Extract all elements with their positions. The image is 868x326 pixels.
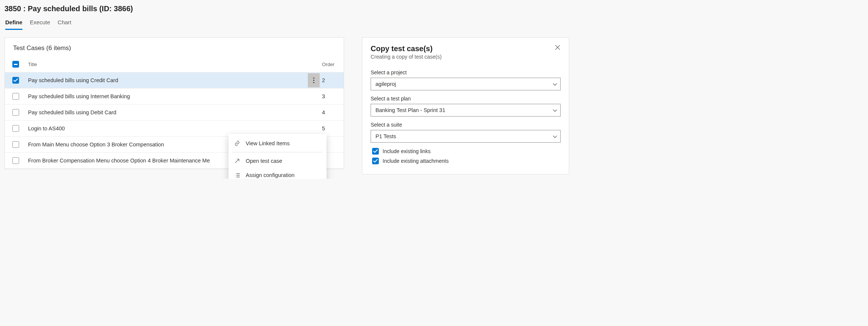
row-title: Pay scheduled bills using Credit Card (27, 77, 307, 83)
menu-open-test-case[interactable]: Open test case (228, 154, 326, 168)
svg-point-0 (313, 77, 314, 78)
open-icon (234, 158, 240, 164)
menu-label: Assign configuration (246, 172, 295, 178)
menu-divider (232, 152, 323, 152)
page-title: 3850 : Pay scheduled bills (ID: 3866) (4, 4, 864, 18)
list-icon (234, 172, 240, 178)
plan-select[interactable]: Banking Test Plan - Sprint 31 (371, 104, 561, 117)
panel-title: Test Cases (6 items) (5, 38, 344, 56)
side-panel-title: Copy test case(s) (371, 44, 442, 53)
row-checkbox[interactable] (12, 109, 19, 116)
grid-header: Title Order (5, 56, 344, 72)
menu-view-linked-items[interactable]: View Linked Items (228, 136, 326, 150)
column-order-header[interactable]: Order (320, 62, 339, 67)
include-attachments-checkbox[interactable] (372, 158, 379, 164)
row-actions-button[interactable] (308, 73, 320, 87)
row-title: Pay scheduled bills using Debit Card (27, 109, 307, 115)
close-button[interactable] (555, 44, 561, 52)
row-order: 2 (320, 77, 339, 83)
select-value: P1 Tests (375, 133, 396, 139)
menu-label: View Linked Items (246, 140, 289, 146)
menu-label: Open test case (246, 158, 282, 164)
row-checkbox[interactable] (12, 141, 19, 148)
table-row[interactable]: Pay scheduled bills using Debit Card 4 (5, 105, 344, 121)
row-title: Login to AS400 (27, 125, 307, 131)
chevron-down-icon (553, 133, 557, 139)
row-checkbox[interactable] (12, 77, 19, 84)
suite-select[interactable]: P1 Tests (371, 130, 561, 143)
table-row[interactable]: Pay scheduled bills using Internet Banki… (5, 89, 344, 105)
row-checkbox[interactable] (12, 157, 19, 164)
select-value: agileproj (375, 81, 396, 87)
chevron-down-icon (553, 107, 557, 113)
row-order: 5 (320, 125, 339, 131)
include-links-checkbox[interactable] (372, 148, 379, 155)
row-order: 4 (320, 109, 339, 115)
table-row[interactable]: Pay scheduled bills using Credit Card 2 (5, 72, 344, 89)
link-icon (234, 140, 240, 147)
test-cases-panel: Test Cases (6 items) Title Order Pay sch… (4, 37, 344, 169)
select-all-checkbox[interactable] (12, 61, 19, 68)
chevron-down-icon (553, 81, 557, 87)
row-checkbox[interactable] (12, 125, 19, 132)
context-menu: View Linked Items Open test case Assign … (228, 134, 326, 179)
tab-bar: Define Execute Chart (4, 18, 864, 30)
row-title: Pay scheduled bills using Internet Banki… (27, 93, 307, 99)
tab-chart[interactable]: Chart (58, 18, 71, 30)
copy-test-cases-panel: Copy test case(s) Creating a copy of tes… (362, 37, 569, 174)
plan-label: Select a test plan (371, 96, 561, 102)
include-links-label: Include existing links (383, 148, 430, 154)
select-value: Banking Test Plan - Sprint 31 (375, 107, 445, 113)
tab-execute[interactable]: Execute (30, 18, 50, 30)
suite-label: Select a suite (371, 122, 561, 128)
menu-assign-configuration[interactable]: Assign configuration (228, 168, 326, 179)
svg-point-1 (313, 80, 314, 81)
row-checkbox[interactable] (12, 93, 19, 100)
column-title-header[interactable]: Title (27, 62, 307, 67)
project-label: Select a project (371, 69, 561, 75)
project-select[interactable]: agileproj (371, 78, 561, 90)
svg-point-2 (313, 82, 314, 83)
side-panel-subtitle: Creating a copy of test case(s) (371, 54, 442, 60)
tab-define[interactable]: Define (5, 18, 22, 30)
include-attachments-label: Include existing attachments (383, 158, 449, 164)
row-order: 3 (320, 93, 339, 99)
